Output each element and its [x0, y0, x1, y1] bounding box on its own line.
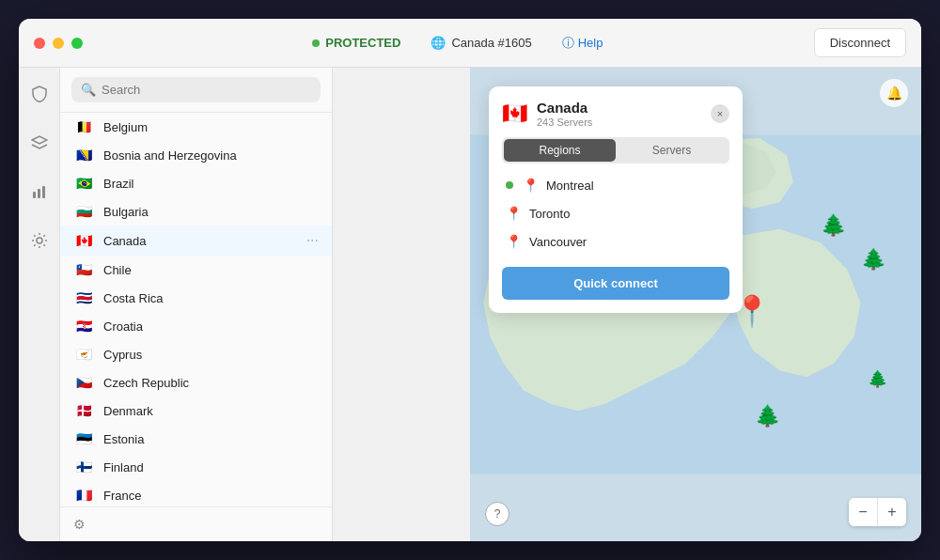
country-flag-icon: 🇨🇱 [73, 262, 94, 277]
country-name: Costa Rica [103, 291, 319, 305]
country-item[interactable]: 🇨🇾 Cyprus [60, 340, 332, 368]
notification-bell-button[interactable]: 🔔 [880, 79, 908, 107]
protected-badge: PROTECTED [312, 36, 400, 50]
title-bar: PROTECTED 🌐 Canada #1605 ⓘ Help Disconne… [19, 19, 921, 68]
svg-rect-1 [38, 189, 40, 198]
region-item[interactable]: 📍 Montreal [502, 171, 729, 199]
quick-connect-button[interactable]: Quick connect [502, 267, 729, 300]
country-flag-icon: 🇧🇪 [73, 119, 94, 134]
bell-icon: 🔔 [886, 86, 902, 101]
region-pin-icon: 📍 [506, 234, 522, 249]
popup-tabs: Regions Servers [502, 137, 729, 163]
zoom-in-button[interactable]: + [878, 498, 906, 526]
chart-icon-btn[interactable] [24, 177, 55, 207]
country-item[interactable]: 🇫🇷 France [60, 481, 332, 506]
map-zoom-controls: − + [849, 498, 906, 526]
region-item[interactable]: 📍 Vancouver [502, 227, 729, 256]
close-popup-button[interactable]: × [711, 104, 729, 123]
region-name: Montreal [546, 179, 594, 193]
region-name: Vancouver [529, 235, 587, 249]
country-item[interactable]: 🇭🇷 Croatia [60, 312, 332, 340]
country-flag-icon: 🇨🇷 [73, 290, 94, 305]
country-name: Czech Republic [103, 376, 319, 390]
country-flag-icon: 🇧🇷 [73, 176, 94, 191]
svg-text:🌲: 🌲 [861, 247, 886, 272]
tree-icon-1: 🌲 [821, 213, 846, 238]
help-label: Help [578, 36, 603, 50]
country-name: Finland [103, 460, 319, 474]
country-name: Belgium [103, 120, 319, 134]
svg-rect-2 [42, 186, 45, 198]
settings-icon-btn[interactable] [24, 226, 55, 256]
country-item[interactable]: 🇫🇮 Finland [60, 453, 332, 481]
traffic-lights [34, 38, 83, 49]
close-button[interactable] [34, 38, 45, 49]
country-item[interactable]: 🇧🇬 Bulgaria [60, 197, 332, 226]
sidebar-bottom: ⚙ [60, 506, 332, 541]
country-item[interactable]: 🇨🇷 Costa Rica [60, 284, 332, 312]
country-item[interactable]: 🇨🇦 Canada ··· [60, 226, 332, 256]
more-options-button[interactable]: ··· [306, 232, 319, 249]
country-item[interactable]: 🇨🇱 Chile [60, 256, 332, 284]
country-flag-icon: 🇧🇦 [73, 148, 94, 163]
title-bar-center: PROTECTED 🌐 Canada #1605 ⓘ Help [102, 35, 814, 52]
country-item[interactable]: 🇩🇰 Denmark [60, 397, 332, 425]
country-item[interactable]: 🇧🇷 Brazil [60, 169, 332, 197]
country-item[interactable]: 🇧🇦 Bosnia and Herzegovina [60, 141, 332, 169]
minimize-button[interactable] [53, 38, 64, 49]
country-flag-icon: 🇫🇮 [73, 459, 94, 474]
tab-regions[interactable]: Regions [504, 139, 616, 162]
help-button[interactable]: ⓘ Help [562, 35, 603, 52]
sidebar-wrapper: 🔍 🇧🇪 Belgium 🇧🇦 Bosnia and Herzegovina 🇧… [19, 68, 470, 541]
country-flag-icon: 🇩🇰 [73, 403, 94, 418]
search-box: 🔍 [60, 68, 332, 113]
search-input[interactable] [102, 83, 311, 97]
country-name: Chile [103, 263, 319, 277]
popup-country-name: Canada [537, 100, 701, 116]
country-flag-icon: 🇫🇷 [73, 488, 94, 503]
country-flag-icon: 🇧🇬 [73, 204, 94, 219]
country-name: Estonia [103, 432, 319, 446]
app-window: PROTECTED 🌐 Canada #1605 ⓘ Help Disconne… [19, 19, 921, 541]
search-input-wrapper: 🔍 [71, 77, 321, 102]
svg-text:🌲: 🌲 [868, 369, 888, 389]
svg-point-3 [37, 238, 42, 243]
popup-regions: 📍 Montreal 📍 Toronto 📍 Vancouver [489, 163, 743, 263]
country-name: Bulgaria [103, 205, 319, 219]
globe-icon: 🌐 [431, 36, 446, 50]
question-mark-icon: ? [494, 507, 501, 521]
popup-country-info: Canada 243 Servers [537, 100, 701, 128]
map-area: 🌲 🌲 📍 🌲 🌲 🇨🇦 Canada 243 Servers [470, 68, 921, 541]
shield-icon-btn[interactable] [24, 79, 55, 109]
country-name: Bosnia and Herzegovina [103, 148, 319, 163]
popup-header: 🇨🇦 Canada 243 Servers × [489, 86, 743, 137]
country-name: Brazil [103, 177, 319, 191]
country-name: Canada [103, 234, 297, 248]
protected-dot-icon [312, 39, 320, 47]
active-region-dot [506, 181, 513, 189]
maximize-button[interactable] [71, 38, 83, 49]
server-name: Canada #1605 [451, 36, 531, 50]
zoom-out-button[interactable]: − [849, 498, 877, 526]
search-icon: 🔍 [81, 83, 96, 97]
close-icon: × [717, 108, 723, 119]
country-item[interactable]: 🇪🇪 Estonia [60, 425, 332, 453]
country-flag-icon: 🇪🇪 [73, 431, 94, 446]
country-popup: 🇨🇦 Canada 243 Servers × Regions Servers [489, 86, 743, 313]
region-pin-icon: 📍 [523, 178, 539, 193]
country-name: Cyprus [103, 348, 319, 362]
title-bar-right: Disconnect [814, 28, 906, 57]
filter-icon[interactable]: ⚙ [73, 517, 86, 532]
country-item[interactable]: 🇨🇿 Czech Republic [60, 368, 332, 397]
help-circle-icon: ⓘ [562, 35, 574, 52]
server-info: 🌐 Canada #1605 [431, 36, 531, 50]
tab-servers[interactable]: Servers [616, 139, 728, 162]
region-item[interactable]: 📍 Toronto [502, 199, 729, 227]
disconnect-button[interactable]: Disconnect [814, 28, 906, 57]
region-name: Toronto [529, 207, 570, 221]
country-name: Croatia [103, 319, 319, 334]
layers-icon-btn[interactable] [24, 128, 55, 158]
country-flag-icon: 🇨🇾 [73, 347, 94, 362]
country-item[interactable]: 🇧🇪 Belgium [60, 113, 332, 141]
map-help-button[interactable]: ? [485, 502, 509, 526]
